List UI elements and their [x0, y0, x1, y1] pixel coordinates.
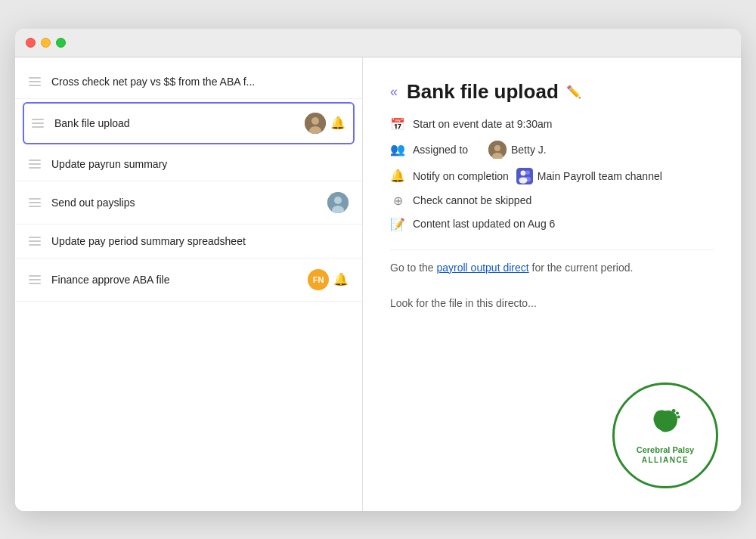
teams-icon	[516, 168, 533, 184]
watermark-logo	[646, 406, 684, 441]
drag-handle	[29, 160, 41, 169]
task-icons: FN 🔔	[308, 269, 349, 290]
date-value: Start on event date at 9:30am	[413, 118, 552, 130]
close-button[interactable]	[26, 38, 36, 48]
avatar: FN	[308, 269, 329, 290]
updated-value: Content last updated on Aug 6	[413, 218, 555, 230]
traffic-lights	[26, 38, 66, 48]
body-link[interactable]: payroll output direct	[436, 262, 528, 274]
drag-handle	[32, 119, 44, 128]
svg-point-10	[525, 170, 530, 175]
avatar	[327, 192, 349, 213]
calendar-icon: 📅	[390, 117, 405, 132]
list-item[interactable]: Cross check net pay vs $$ from the ABA f…	[15, 65, 362, 99]
detail-row-assigned: 👥 Assigned to Betty J.	[390, 141, 714, 159]
detail-rows: 📅 Start on event date at 9:30am 👥 Assign…	[390, 117, 714, 231]
svg-point-1	[311, 117, 319, 125]
list-item[interactable]: Update payrun summary	[15, 147, 362, 181]
drag-handle	[29, 237, 41, 246]
detail-row-skip: ⊕ Check cannot be skipped	[390, 194, 714, 208]
people-icon: 👥	[390, 142, 405, 156]
watermark-text-line1: Cerebral Palsy	[637, 445, 694, 455]
svg-point-7	[494, 145, 500, 151]
divider	[390, 249, 714, 250]
minimize-button[interactable]	[41, 38, 51, 48]
svg-point-4	[334, 197, 342, 204]
task-list-panel: Cross check net pay vs $$ from the ABA f…	[15, 57, 363, 511]
task-title: Send out payslips	[51, 197, 321, 209]
drag-handle	[29, 198, 41, 207]
task-title: Update pay period summary spreadsheet	[51, 235, 349, 247]
task-detail-panel: « Bank file upload ✏️ 📅 Start on event d…	[363, 57, 741, 511]
bell-icon: 🔔	[390, 169, 405, 183]
body-text-1: Go to the	[390, 262, 436, 274]
avatar	[488, 141, 507, 159]
maximize-button[interactable]	[56, 38, 66, 48]
svg-point-17	[675, 418, 677, 420]
detail-body: Go to the payroll output direct for the …	[390, 259, 714, 313]
detail-header: « Bank file upload ✏️	[390, 80, 714, 104]
body-paragraph-1: Go to the payroll output direct for the …	[390, 259, 714, 277]
svg-point-16	[677, 416, 680, 419]
titlebar	[15, 29, 741, 57]
task-title: Update payrun summary	[51, 158, 349, 170]
assigned-label: Assigned to	[413, 144, 481, 156]
skip-value: Check cannot be skipped	[413, 194, 531, 206]
list-item[interactable]: Bank file upload 🔔	[23, 102, 355, 144]
task-title: Cross check net pay vs $$ from the ABA f…	[51, 76, 349, 88]
task-title: Finance approve ABA file	[51, 274, 302, 286]
assigned-value: Betty J.	[488, 141, 547, 159]
detail-row-notify: 🔔 Notify on completion Ma	[390, 168, 714, 184]
svg-point-12	[520, 170, 525, 175]
notify-channel: Main Payroll team channel	[538, 170, 662, 182]
notify-value: Main Payroll team channel	[516, 168, 662, 184]
skip-icon: ⊕	[390, 194, 405, 208]
bell-icon: 🔔	[333, 272, 349, 287]
assignee-name: Betty J.	[511, 144, 547, 156]
list-item[interactable]: Send out payslips	[15, 181, 362, 225]
drag-handle	[29, 77, 41, 86]
app-window: Cross check net pay vs $$ from the ABA f…	[15, 29, 741, 511]
edit-icon[interactable]: ✏️	[566, 85, 581, 99]
task-title: Bank file upload	[54, 117, 299, 129]
detail-title: Bank file upload	[407, 80, 559, 104]
task-icons	[327, 192, 349, 213]
svg-point-14	[672, 409, 676, 413]
watermark-text-line2: ALLIANCE	[642, 456, 689, 464]
back-arrow-icon[interactable]: «	[390, 84, 398, 100]
notify-label: Notify on completion	[413, 170, 509, 182]
watermark-badge: Cerebral Palsy ALLIANCE	[612, 383, 718, 488]
list-item[interactable]: Finance approve ABA file FN 🔔	[15, 259, 362, 302]
main-content: Cross check net pay vs $$ from the ABA f…	[15, 57, 741, 511]
svg-point-13	[519, 177, 527, 183]
body-text-2: for the current period.	[529, 262, 634, 274]
avatar	[305, 113, 326, 134]
pencil-icon: 📝	[390, 217, 405, 231]
list-item[interactable]: Update pay period summary spreadsheet	[15, 225, 362, 259]
svg-point-15	[676, 412, 679, 415]
detail-row-updated: 📝 Content last updated on Aug 6	[390, 217, 714, 231]
body-paragraph-2: Look for the file in this directo...	[390, 295, 714, 313]
task-icons: 🔔	[305, 113, 345, 134]
detail-row-date: 📅 Start on event date at 9:30am	[390, 117, 714, 132]
bell-icon: 🔔	[330, 116, 345, 130]
drag-handle	[29, 275, 41, 284]
